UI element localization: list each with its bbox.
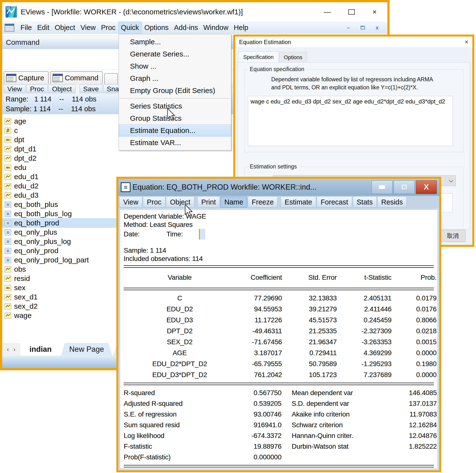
workfile-toolbar-button[interactable]: Proc [26, 85, 48, 93]
equation-toolbar-button[interactable]: Stats [353, 196, 377, 208]
stat-label: Hannan-Quinn criter. [292, 430, 382, 441]
page-tab-new-page[interactable]: New Page [61, 343, 112, 356]
quick-menu-option[interactable]: Empty Group (Edit Series) [119, 84, 231, 97]
object-type-icon: βabc≡ [5, 174, 11, 180]
equation-window-title-bar: ≡ Equation: EQ_BOTH_PROD Workfile: WORKE… [118, 179, 439, 196]
menu-item[interactable]: View [78, 22, 98, 34]
stats-row: Prob(F-statistic) 0.000000 [124, 452, 434, 463]
equation-toolbar-button[interactable]: Estimate [281, 196, 316, 208]
object-name: c [14, 126, 18, 135]
object-type-icon: βabc≡ [5, 313, 11, 319]
object-name: sex [14, 284, 26, 292]
quick-menu-option[interactable]: Estimate Equation... [119, 124, 231, 136]
coefficient-row: EDU_D2 94.55953 39.21279 2.411446 0.0176 [124, 304, 434, 315]
scroll-right-icon[interactable]: › [13, 346, 16, 353]
menu-item[interactable]: Edit [34, 22, 52, 34]
menu-item[interactable]: Quick [118, 22, 142, 34]
mdi-restore-icon[interactable] [361, 26, 365, 30]
date-time-line: Date: Time: [124, 229, 434, 239]
menu-item[interactable]: Proc [98, 22, 118, 34]
menu-item[interactable]: Window [201, 22, 231, 34]
scroll-left-icon[interactable]: ‹ [7, 346, 9, 353]
cell-t-statistic: -1.295293 [337, 358, 391, 369]
mouse-cursor [184, 204, 194, 217]
cell-std-error: 21.25335 [282, 325, 337, 337]
group-label: Estimation settings [248, 163, 299, 170]
spec-hint-line2: and PDL terms, OR an explicit equation l… [271, 84, 463, 92]
workfile-toolbar-button[interactable]: Save [80, 85, 102, 93]
equation-object-icon: ≡ [121, 182, 131, 192]
object-name: dpt_d2 [14, 154, 36, 162]
quick-menu-option[interactable]: Estimate VAR... [119, 136, 231, 149]
quick-menu-option[interactable]: Graph ... [119, 72, 231, 84]
date-label: Date: [124, 230, 139, 238]
menu-item[interactable]: Options [142, 22, 171, 34]
dialog-close-icon[interactable]: × [465, 38, 468, 46]
tab-options[interactable]: Options [279, 52, 307, 63]
equation-toolbar-button[interactable]: Proc [143, 196, 165, 208]
stat-label: Adjusted R-squared [124, 398, 211, 409]
equation-toolbar-button[interactable]: View [119, 196, 142, 208]
menu-item[interactable]: File [18, 22, 34, 34]
stats-row: Log likelihood -674.3372 Hannan-Quinn cr… [124, 430, 434, 441]
menu-item[interactable]: Add-ins [171, 22, 201, 34]
stat-value: 93.00746 [211, 409, 281, 420]
minimize-icon[interactable]: — [323, 8, 331, 16]
stat-label: Schwarz criterion [292, 420, 382, 430]
workfile-toolbar-button[interactable]: View [4, 85, 26, 93]
tab-capture[interactable]: Capture [4, 71, 49, 84]
stat-value: -674.3372 [211, 430, 281, 441]
equation-toolbar-button[interactable]: Freeze [248, 196, 278, 208]
menu-item[interactable]: Object [52, 22, 78, 34]
object-name: edu_d1 [14, 173, 38, 181]
mdi-minimize-icon[interactable]: – [347, 25, 350, 31]
workfile-toolbar-button[interactable]: Object [49, 85, 75, 93]
object-type-icon: βabc≡ [5, 248, 11, 254]
object-type-icon: βabc≡ [5, 257, 11, 263]
page-tab-indian[interactable]: indian [21, 343, 60, 356]
tab-command[interactable]: Command [50, 71, 103, 84]
equation-toolbar-button[interactable]: Resids [377, 196, 407, 208]
stat-value: 0.000000 [211, 452, 281, 463]
stat-label: Mean dependent var [292, 388, 382, 398]
page-tab-scroll-arrows[interactable]: ‹ › [2, 343, 20, 356]
command-tab-label: Command [65, 74, 98, 82]
minimize-icon[interactable] [372, 180, 392, 194]
quick-menu-option[interactable]: Generate Series... [119, 48, 231, 60]
close-icon[interactable]: × [372, 8, 377, 16]
stat-label: F-statistic [124, 441, 211, 452]
cell-std-error: 105.1723 [282, 369, 337, 380]
stat-value: 1.825222 [382, 441, 437, 452]
object-name: eq_both_plus_log [14, 210, 72, 218]
object-name: eq_both_prod [14, 219, 59, 227]
cell-std-error: 21.96347 [282, 337, 337, 347]
mdi-close-icon[interactable]: x [376, 25, 379, 31]
dependent-variable-line: Dependent Variable: WAGE [124, 212, 434, 220]
equation-specification-input[interactable]: wage c edu_d2 edu_d3 dpt_d2 sex_d2 age e… [248, 96, 453, 146]
menu-item[interactable]: Help [231, 22, 251, 34]
object-name: dpt [14, 135, 24, 144]
selected-cell-cursor[interactable] [199, 229, 205, 239]
stat-label: S.E. of regression [124, 409, 211, 420]
quick-menu-option[interactable] [120, 98, 230, 99]
object-type-icon: βabc≡ [5, 128, 11, 134]
equation-toolbar-button[interactable]: Forecast [317, 196, 352, 208]
quick-menu-option[interactable]: Sample... [119, 36, 231, 48]
maximize-icon[interactable] [348, 9, 355, 15]
dialog-tabs: Specification Options [235, 48, 472, 63]
group-label: Equation specification [248, 66, 306, 72]
stats-row: Adjusted R-squared 0.539205 S.D. depende… [124, 398, 434, 409]
stat-value: 12.16284 [382, 420, 437, 430]
cancel-button[interactable]: 取消 [440, 230, 466, 242]
equation-toolbar-button[interactable]: Name [220, 196, 247, 208]
quick-menu-option[interactable]: Show ... [119, 60, 231, 72]
coefficient-row: C 77.29690 32.13833 2.405131 0.0179 [124, 293, 434, 304]
close-icon[interactable]: X [416, 180, 437, 194]
restore-icon[interactable] [394, 180, 415, 194]
object-name: eq_only_plus [14, 228, 57, 236]
tab-specification[interactable]: Specification [238, 51, 279, 63]
cell-t-statistic: 2.411446 [337, 304, 391, 315]
cell-t-statistic: 4.369299 [337, 347, 391, 358]
dialog-title-bar: Equation Estimation × [235, 36, 472, 48]
equation-toolbar-button[interactable]: Print [197, 196, 220, 208]
